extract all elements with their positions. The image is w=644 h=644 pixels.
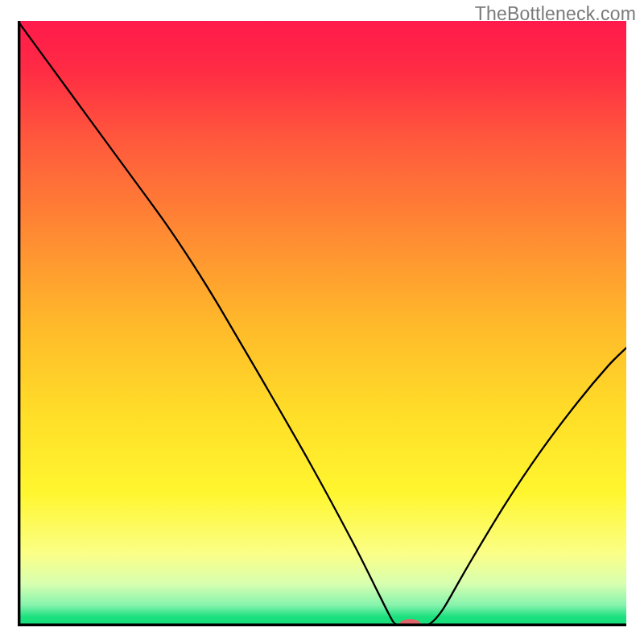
chart-frame: TheBottleneck.com <box>0 0 644 644</box>
bottleneck-chart <box>18 21 626 626</box>
gradient-background <box>18 21 626 626</box>
